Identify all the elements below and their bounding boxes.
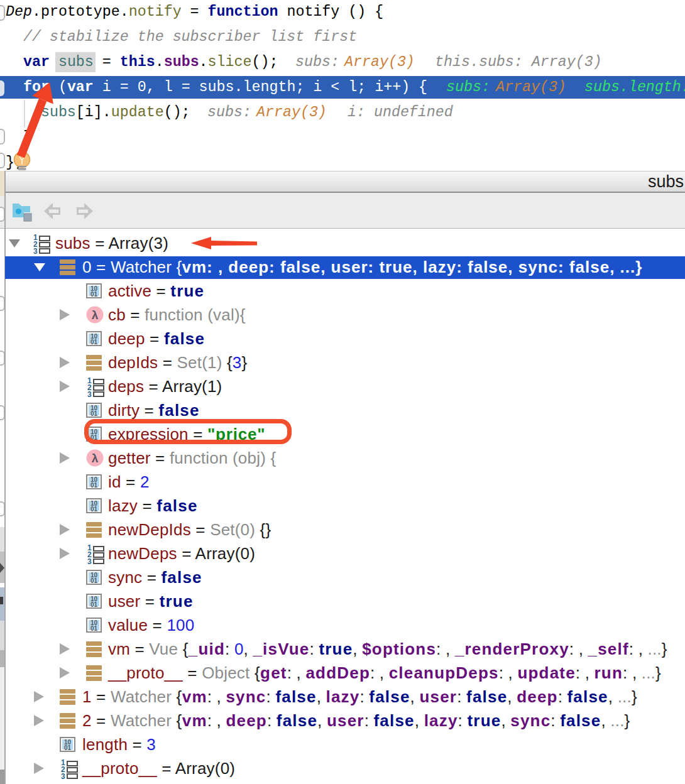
- svg-text:3: 3: [87, 390, 92, 398]
- svg-text:01: 01: [90, 339, 98, 346]
- svg-text:3: 3: [33, 247, 38, 255]
- svg-text:01: 01: [90, 291, 98, 298]
- svg-text:λ: λ: [92, 452, 99, 465]
- svg-text:01: 01: [90, 482, 98, 489]
- svg-text:01: 01: [90, 506, 98, 513]
- svg-text:01: 01: [64, 744, 72, 751]
- svg-text:01: 01: [90, 625, 98, 632]
- svg-text:01: 01: [90, 601, 98, 608]
- svg-text:λ: λ: [92, 308, 99, 322]
- svg-text:01: 01: [90, 577, 98, 584]
- svg-text:01: 01: [90, 410, 98, 417]
- svg-text:3: 3: [61, 772, 65, 780]
- svg-text:3: 3: [87, 557, 92, 565]
